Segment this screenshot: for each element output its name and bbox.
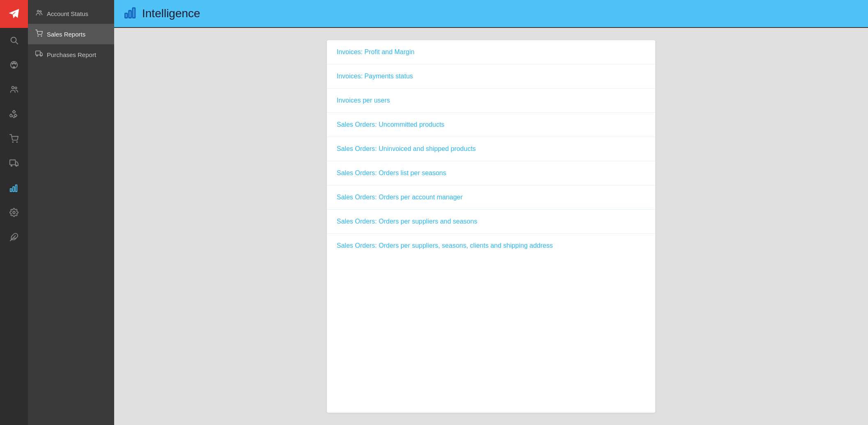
report-link-invoices-per-users[interactable]: Invoices per users bbox=[327, 89, 655, 113]
sidebar-item-account-status[interactable]: Account Status bbox=[28, 3, 114, 24]
svg-point-21 bbox=[38, 36, 39, 37]
sales-reports-label: Sales Reports bbox=[47, 31, 85, 38]
svg-point-9 bbox=[16, 142, 17, 142]
sidebar-item-sales-reports[interactable]: Sales Reports bbox=[28, 24, 114, 44]
svg-point-24 bbox=[37, 55, 37, 56]
search-nav-icon[interactable] bbox=[0, 28, 28, 53]
products-nav-icon[interactable] bbox=[0, 102, 28, 126]
svg-point-8 bbox=[12, 142, 13, 142]
svg-rect-23 bbox=[36, 51, 40, 55]
svg-point-11 bbox=[11, 165, 12, 167]
icon-rail bbox=[0, 0, 28, 425]
svg-point-22 bbox=[41, 36, 42, 37]
sidebar: Account Status Sales Reports Purchases R… bbox=[28, 0, 114, 425]
header-chart-icon bbox=[124, 6, 137, 22]
svg-point-7 bbox=[15, 87, 17, 89]
svg-rect-26 bbox=[125, 13, 127, 18]
svg-point-4 bbox=[14, 62, 15, 64]
main-area: Intelligence Invoices: Profit and Margin… bbox=[114, 0, 868, 425]
svg-point-6 bbox=[12, 87, 14, 89]
svg-rect-14 bbox=[13, 187, 14, 192]
svg-point-19 bbox=[37, 10, 39, 12]
svg-point-16 bbox=[13, 211, 15, 214]
report-link-sales-orders-uncommitted[interactable]: Sales Orders: Uncommitted products bbox=[327, 113, 655, 137]
report-link-invoices-profit-margin[interactable]: Invoices: Profit and Margin bbox=[327, 40, 655, 64]
plugins-nav-icon[interactable] bbox=[0, 225, 28, 249]
top-header: Intelligence bbox=[114, 0, 868, 28]
svg-point-3 bbox=[12, 63, 13, 64]
report-link-sales-orders-suppliers-clients[interactable]: Sales Orders: Orders per suppliers, seas… bbox=[327, 234, 655, 258]
account-status-label: Account Status bbox=[47, 10, 88, 17]
svg-rect-27 bbox=[129, 11, 131, 18]
delivery-nav-icon[interactable] bbox=[0, 151, 28, 176]
palette-nav-icon[interactable] bbox=[0, 53, 28, 77]
svg-rect-13 bbox=[10, 189, 12, 192]
reports-card: Invoices: Profit and Margin Invoices: Pa… bbox=[327, 40, 655, 413]
svg-rect-15 bbox=[16, 185, 17, 192]
settings-nav-icon[interactable] bbox=[0, 200, 28, 225]
report-link-sales-orders-seasons[interactable]: Sales Orders: Orders list per seasons bbox=[327, 161, 655, 185]
team-nav-icon[interactable] bbox=[0, 77, 28, 102]
svg-line-1 bbox=[16, 42, 18, 44]
report-link-sales-orders-suppliers-seasons[interactable]: Sales Orders: Orders per suppliers and s… bbox=[327, 210, 655, 234]
purchases-report-label: Purchases Report bbox=[47, 51, 96, 58]
sales-reports-icon bbox=[35, 30, 43, 39]
page-title: Intelligence bbox=[142, 7, 200, 20]
purchases-report-icon bbox=[35, 50, 43, 59]
report-link-sales-orders-uninvoiced[interactable]: Sales Orders: Uninvoiced and shipped pro… bbox=[327, 137, 655, 161]
sidebar-item-purchases-report[interactable]: Purchases Report bbox=[28, 44, 114, 65]
account-status-icon bbox=[35, 9, 43, 18]
svg-point-20 bbox=[40, 11, 41, 12]
report-link-sales-orders-account-manager[interactable]: Sales Orders: Orders per account manager bbox=[327, 185, 655, 210]
cart-nav-icon[interactable] bbox=[0, 126, 28, 151]
content-area: Invoices: Profit and Margin Invoices: Pa… bbox=[114, 28, 868, 425]
report-link-invoices-payments-status[interactable]: Invoices: Payments status bbox=[327, 64, 655, 89]
svg-rect-28 bbox=[133, 8, 135, 18]
logo-button[interactable] bbox=[0, 0, 28, 28]
svg-point-5 bbox=[15, 63, 16, 64]
intelligence-nav-icon[interactable] bbox=[0, 176, 28, 200]
svg-rect-10 bbox=[10, 160, 16, 165]
